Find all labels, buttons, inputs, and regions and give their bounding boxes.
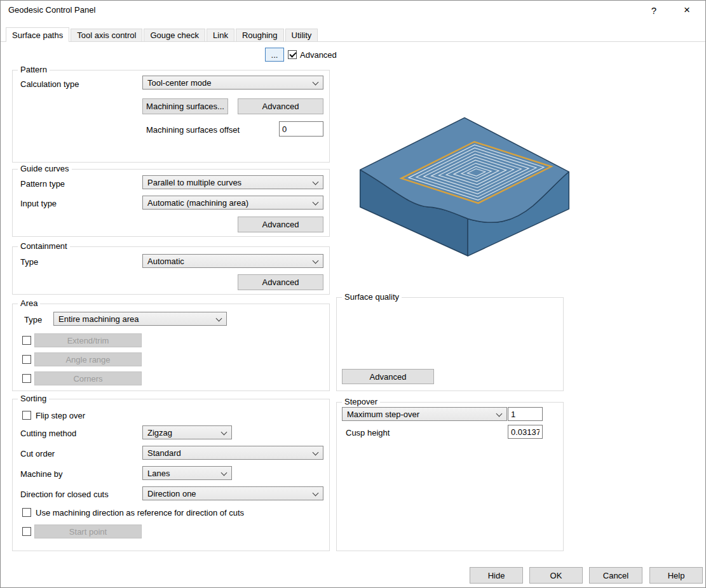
machining-surfaces-offset-input[interactable] xyxy=(279,121,323,137)
advanced-checkbox-label: Advanced xyxy=(300,50,337,60)
cancel-button[interactable]: Cancel xyxy=(589,567,642,584)
direction-closed-cuts-select[interactable]: Direction one xyxy=(142,486,323,500)
containment-type-label: Type xyxy=(20,257,38,267)
containment-type-value: Automatic xyxy=(147,257,184,266)
guide-curves-group-title: Guide curves xyxy=(18,164,72,173)
ok-button[interactable]: OK xyxy=(529,567,583,584)
chevron-down-icon xyxy=(216,316,222,322)
start-point-checkbox[interactable] xyxy=(22,527,31,536)
chevron-down-icon xyxy=(221,429,227,436)
input-type-label: Input type xyxy=(20,199,57,208)
area-type-value: Entire machining area xyxy=(58,314,139,324)
tab-utility[interactable]: Utility xyxy=(285,29,318,41)
angle-range-checkbox[interactable] xyxy=(22,355,31,364)
machine-by-value: Lanes xyxy=(147,469,170,478)
cutting-method-label: Cutting method xyxy=(20,429,76,438)
extend-trim-checkbox[interactable] xyxy=(22,336,31,345)
cut-order-value: Standard xyxy=(147,448,181,458)
surface-quality-group-title: Surface quality xyxy=(342,292,402,302)
advanced-checkbox[interactable] xyxy=(288,50,297,59)
direction-closed-cuts-value: Direction one xyxy=(147,489,196,498)
chevron-down-icon xyxy=(313,490,319,497)
corners-checkbox[interactable] xyxy=(22,374,31,383)
cut-order-select[interactable]: Standard xyxy=(142,446,323,460)
area-type-select[interactable]: Entire machining area xyxy=(53,312,227,326)
stepover-group: Stepover Maximum step-over Cusp height xyxy=(336,402,564,551)
pattern-advanced-button[interactable]: Advanced xyxy=(238,98,323,114)
pattern-group-title: Pattern xyxy=(18,65,50,74)
use-machining-direction-checkbox[interactable] xyxy=(22,508,31,517)
sorting-group-title: Sorting xyxy=(18,394,49,403)
area-type-label: Type xyxy=(24,315,42,324)
pattern-group: Pattern Calculation type Tool-center mod… xyxy=(12,70,330,163)
tab-tool-axis-control[interactable]: Tool axis control xyxy=(71,29,142,41)
flip-step-over-label: Flip step over xyxy=(36,411,85,420)
tab-link[interactable]: Link xyxy=(207,29,234,41)
calculation-type-value: Tool-center mode xyxy=(147,78,211,88)
machining-surfaces-button[interactable]: Machining surfaces... xyxy=(142,98,228,114)
extend-trim-button: Extend/trim xyxy=(34,333,142,347)
hide-button[interactable]: Hide xyxy=(470,567,523,584)
surface-quality-advanced-button[interactable]: Advanced xyxy=(342,369,434,384)
chevron-down-icon xyxy=(313,258,319,264)
corners-button: Corners xyxy=(34,371,142,385)
machining-surfaces-offset-label: Machining surfaces offset xyxy=(146,125,240,135)
cut-order-label: Cut order xyxy=(20,449,55,458)
window-title: Geodesic Control Panel xyxy=(8,5,95,15)
chevron-down-icon xyxy=(313,79,319,86)
stepover-group-title: Stepover xyxy=(342,397,380,406)
flip-step-over-checkbox[interactable] xyxy=(22,411,31,420)
angle-range-button: Angle range xyxy=(34,352,142,366)
tab-surface-paths[interactable]: Surface paths xyxy=(6,27,69,42)
tab-roughing[interactable]: Roughing xyxy=(236,29,284,41)
machine-by-select[interactable]: Lanes xyxy=(142,466,232,480)
machine-by-label: Machine by xyxy=(20,469,62,479)
pattern-type-value: Parallel to multiple curves xyxy=(147,178,241,187)
geodesic-control-panel-dialog: Geodesic Control Panel ? × Surface paths… xyxy=(0,0,706,588)
use-machining-direction-label: Use machining direction as reference for… xyxy=(36,508,244,518)
chevron-down-icon xyxy=(313,179,319,185)
guide-curves-group: Guide curves Pattern type Parallel to mu… xyxy=(12,169,330,237)
cusp-height-input[interactable] xyxy=(508,425,543,439)
close-icon[interactable]: × xyxy=(675,1,699,20)
containment-group: Containment Type Automatic Advanced xyxy=(12,246,330,295)
area-group: Area Type Entire machining area Extend/t… xyxy=(12,304,330,391)
stepover-mode-select[interactable]: Maximum step-over xyxy=(342,407,507,421)
chevron-down-icon xyxy=(221,470,227,476)
area-group-title: Area xyxy=(18,298,40,308)
direction-closed-cuts-label: Direction for closed cuts xyxy=(20,490,109,499)
chevron-down-icon xyxy=(496,411,503,417)
chevron-down-icon xyxy=(313,450,319,456)
title-bar: Geodesic Control Panel ? × xyxy=(1,1,705,20)
tab-gouge-check[interactable]: Gouge check xyxy=(144,29,205,41)
input-type-value: Automatic (machining area) xyxy=(147,198,248,208)
calculation-type-select[interactable]: Tool-center mode xyxy=(142,76,323,90)
chevron-down-icon xyxy=(313,199,319,206)
containment-advanced-button[interactable]: Advanced xyxy=(238,274,323,290)
surface-quality-group: Surface quality Advanced xyxy=(336,297,564,391)
more-options-button[interactable]: ... xyxy=(265,48,284,62)
input-type-select[interactable]: Automatic (machining area) xyxy=(142,196,323,210)
containment-type-select[interactable]: Automatic xyxy=(142,254,323,268)
tab-strip: Surface paths Tool axis control Gouge ch… xyxy=(6,27,318,42)
cusp-height-label: Cusp height xyxy=(346,428,390,438)
cutting-method-value: Zigzag xyxy=(147,428,172,438)
toolpath-preview-image xyxy=(344,101,585,265)
stepover-amount-input[interactable] xyxy=(508,407,543,421)
containment-group-title: Containment xyxy=(18,241,70,251)
sorting-group: Sorting Flip step over Cutting method Zi… xyxy=(12,399,330,551)
calculation-type-label: Calculation type xyxy=(20,79,79,89)
cutting-method-select[interactable]: Zigzag xyxy=(142,425,232,439)
guide-advanced-button[interactable]: Advanced xyxy=(238,217,323,232)
pattern-type-select[interactable]: Parallel to multiple curves xyxy=(142,175,323,189)
start-point-button: Start point xyxy=(34,525,142,538)
help-icon[interactable]: ? xyxy=(642,1,666,20)
pattern-type-label: Pattern type xyxy=(20,179,65,189)
help-button[interactable]: Help xyxy=(649,567,703,584)
stepover-mode-value: Maximum step-over xyxy=(347,410,419,419)
